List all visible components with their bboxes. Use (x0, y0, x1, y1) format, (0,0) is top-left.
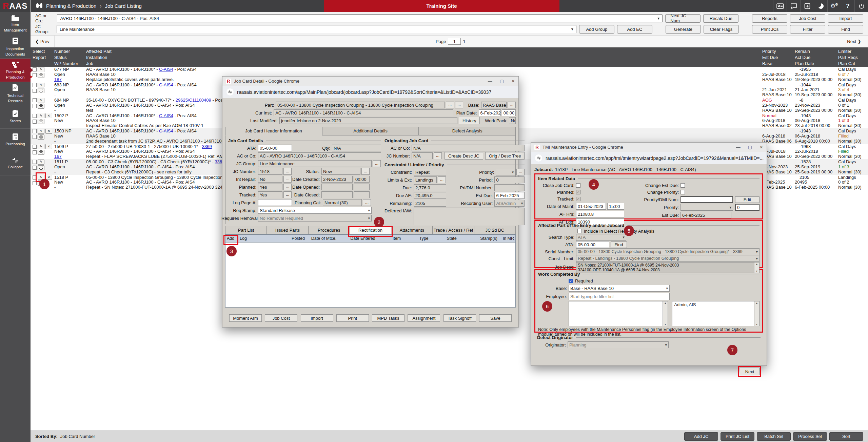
print-icon[interactable] (38, 73, 44, 78)
sidebar-item-inspection-documents[interactable]: InspectionDocuments (0, 35, 31, 59)
tmi-base-select[interactable]: Base - RAAS Base 10▾ (569, 285, 670, 292)
cancel-x-icon[interactable]: ✕ (45, 144, 52, 149)
chat-icon[interactable] (787, 0, 800, 12)
edit-pencil-icon[interactable]: ✎ (38, 98, 44, 103)
assignment-button[interactable]: Assignment (408, 314, 440, 322)
site-settings-icon[interactable] (226, 88, 234, 96)
find-button[interactable]: Find (828, 25, 863, 34)
find-button[interactable]: Find (611, 241, 627, 248)
part-link[interactable]: C-AIS4 (159, 129, 173, 133)
close-job-card-checkbox[interactable] (576, 183, 580, 188)
print-icon[interactable] (38, 181, 44, 186)
base-lookup-button[interactable]: ... (508, 102, 516, 108)
subtab-issued-parts[interactable]: Issued Parts (267, 226, 308, 234)
part-lookup-button[interactable]: ... (446, 102, 454, 108)
subtab-part-list[interactable]: Part List (225, 226, 267, 234)
maximize-icon[interactable]: ▢ (500, 79, 504, 84)
select-checkbox[interactable] (33, 114, 37, 118)
print-button[interactable]: Print (336, 314, 369, 322)
print-icon[interactable] (38, 88, 44, 93)
select-checkbox[interactable] (33, 175, 37, 180)
tab-additional-details[interactable]: Additional Details (322, 127, 419, 135)
job-cost-button[interactable]: Job Cost (790, 14, 825, 23)
limits-lookup-button[interactable]: ... (438, 176, 446, 183)
subtab-jc-2d-bc[interactable]: JC 2d BC (474, 226, 516, 234)
part-link[interactable]: 29625/C11100409 (176, 98, 211, 103)
wp-number-link[interactable]: 167 (54, 154, 62, 159)
page-input[interactable] (448, 38, 461, 45)
minimize-icon[interactable]: — (488, 79, 492, 84)
tab-defect-analysis[interactable]: Defect Analysis (419, 127, 516, 135)
add-window-icon[interactable] (800, 0, 814, 12)
part-link[interactable]: 3369 (202, 144, 212, 149)
help-icon[interactable]: ? (841, 0, 854, 12)
sidebar-item-planning-production[interactable]: Planning &Production (0, 59, 31, 82)
tracked-lookup-button[interactable]: ... (283, 191, 292, 198)
prev-button[interactable]: ❮Prev (31, 36, 55, 47)
report-checkbox[interactable] (33, 166, 37, 170)
next-button[interactable]: Next❯ (840, 36, 868, 47)
subtab-procedures[interactable]: Procedures (309, 226, 350, 234)
history-button[interactable]: History (459, 117, 480, 124)
report-checkbox[interactable] (33, 104, 37, 108)
edit-pencil-icon[interactable]: ✎ (38, 83, 44, 88)
int-repair-lookup-button[interactable]: ... (283, 176, 292, 183)
select-checkbox[interactable] (33, 145, 37, 149)
next-button[interactable]: Next (740, 368, 760, 375)
log-page-field[interactable] (258, 199, 292, 206)
af-hrs-field[interactable]: 21080.8 (576, 211, 624, 217)
recalc-due-button[interactable]: Recalc Due (703, 14, 738, 23)
ac-or-co-select[interactable]: AVRO 146RJ100 - 146RJ100 - C-AIS4 - Pos:… (57, 14, 663, 22)
add-jc-button[interactable]: Add JC (684, 432, 718, 441)
jc-group-lookup-button[interactable]: ... (373, 160, 381, 167)
part-link[interactable]: C-AIS4 (159, 83, 173, 87)
process-sel-button[interactable]: Process Sel (793, 432, 827, 441)
url-bar[interactable]: raasais.aviationintertec.com/app/MainPla… (222, 86, 518, 98)
plan-time-field[interactable]: 00:00 (502, 109, 516, 116)
include-defect-checkbox[interactable] (577, 229, 582, 233)
url-bar[interactable]: raasais.aviationintertec.com/app/tmi/tmi… (531, 152, 767, 164)
edit-pencil-icon[interactable]: ✎ (38, 160, 44, 165)
power-icon[interactable] (854, 0, 868, 12)
est-due-field[interactable]: 6-Feb-2025 (494, 192, 525, 199)
add-group-button[interactable]: Add Group (579, 25, 614, 34)
sidebar-item-item-management[interactable]: ItemManagement (0, 12, 31, 35)
maximize-icon[interactable]: ▢ (748, 145, 752, 150)
jc-group-select[interactable]: Line Maintenance▾ (57, 25, 576, 33)
add-ec-button[interactable]: Add EC (617, 25, 652, 34)
close-icon[interactable]: ✕ (760, 145, 763, 150)
print-icon[interactable] (38, 150, 44, 155)
employee-filter-input[interactable] (569, 293, 670, 300)
employee-selected-list[interactable]: Admin, AIS▲▼ (672, 301, 760, 326)
window-title-bar[interactable]: R TMI Maintenance Entry - Google Chrome … (531, 143, 767, 152)
jc-number-lookup-button[interactable]: ... (283, 168, 292, 175)
save-button[interactable]: Save (479, 314, 512, 322)
print-icon[interactable] (38, 134, 44, 140)
job-cost-button[interactable]: Job Cost (265, 314, 297, 322)
print-icon[interactable] (38, 119, 44, 124)
settings-gears-icon[interactable]: ⚙⚙ (827, 0, 841, 12)
edit-pencil-icon[interactable]: ✎ (38, 144, 44, 149)
filter-button[interactable]: Filter (790, 25, 825, 34)
orig-jc-lookup-button[interactable]: ... (434, 152, 442, 159)
sidebar-item-purchasing[interactable]: Purchasing (0, 129, 31, 152)
report-checkbox[interactable] (33, 73, 37, 77)
cancel-x-icon[interactable]: ✕ (45, 175, 52, 180)
sort-button[interactable]: Sort (829, 432, 863, 441)
print-jc-list-button[interactable]: Print JC List (721, 432, 754, 441)
create-desc-jc-button[interactable]: Create Desc JC (445, 152, 483, 160)
window-title-bar[interactable]: R Job Card Detail - Google Chrome —▢✕ (222, 77, 518, 86)
print-jcs-button[interactable]: Print JCs (752, 25, 787, 34)
req-stamp-select[interactable]: Standard Release▾ (258, 207, 372, 214)
maint-time-field[interactable]: 15:00 (607, 203, 624, 210)
import-button[interactable]: Import (828, 14, 863, 23)
mpd-tasks-button[interactable]: MPD Tasks (372, 314, 405, 322)
add-button[interactable]: Add (227, 236, 240, 241)
import-button[interactable]: Import (301, 314, 333, 322)
select-checkbox[interactable] (33, 83, 37, 87)
tmi-ata-field[interactable]: 05-00-00 (576, 241, 609, 248)
plan-date-field[interactable]: 6-Feb-2025 (479, 109, 501, 116)
wp-number-link[interactable]: 187 (54, 77, 62, 82)
edit-pencil-icon[interactable]: ✎ (38, 129, 44, 134)
sidebar-item-stores[interactable]: Stores (0, 105, 31, 129)
